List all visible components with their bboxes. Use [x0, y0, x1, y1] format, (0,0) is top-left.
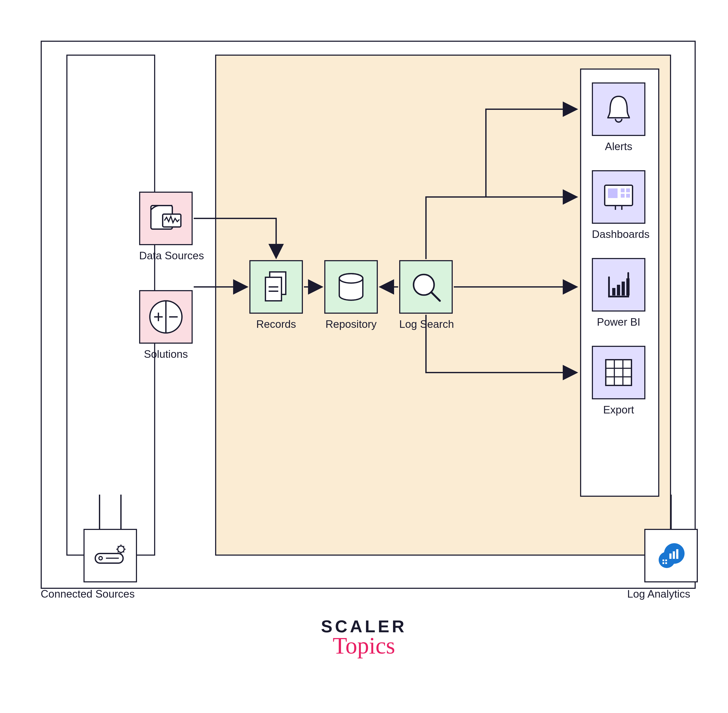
scaler-topics-logo: SCALER Topics: [289, 617, 439, 659]
plus-minus-icon: [147, 298, 185, 336]
svg-rect-50: [665, 562, 667, 564]
data-sources-label: Data Sources: [139, 249, 193, 262]
alerts-tile: [592, 82, 645, 136]
svg-rect-48: [665, 559, 667, 561]
records-label: Records: [249, 318, 303, 330]
svg-rect-17: [621, 194, 625, 198]
grid-icon: [600, 354, 637, 391]
solutions-tile: [139, 290, 193, 344]
export-tile: [592, 346, 645, 399]
repository-tile: [324, 260, 378, 314]
connected-sources-label: Connected Sources: [41, 588, 135, 600]
svg-line-38: [118, 546, 119, 547]
svg-line-12: [431, 292, 440, 301]
svg-rect-46: [676, 549, 678, 559]
power-bi-icon: [600, 267, 637, 303]
log-search-label: Log Search: [399, 318, 453, 330]
export-label: Export: [592, 404, 645, 416]
analytics-icon: [652, 536, 690, 575]
svg-line-41: [123, 546, 124, 547]
data-sources-tile: [139, 192, 193, 245]
monitor-chart-icon: [148, 200, 184, 237]
logo-topics-text: Topics: [289, 632, 439, 659]
repository-label: Repository: [324, 318, 378, 330]
svg-rect-49: [662, 562, 664, 564]
documents-icon: [258, 269, 294, 305]
log-search-tile: [399, 260, 453, 314]
svg-rect-22: [617, 285, 620, 295]
svg-rect-47: [662, 559, 664, 561]
power-bi-tile: [592, 258, 645, 312]
server-gear-icon: [91, 536, 130, 575]
svg-rect-21: [612, 288, 615, 295]
alerts-label: Alerts: [592, 140, 645, 153]
diagram-canvas: Data Sources Solutions Records: [0, 0, 728, 713]
svg-rect-25: [606, 360, 631, 385]
log-analytics-label: Log Analytics: [627, 588, 690, 600]
database-icon: [333, 269, 369, 305]
bell-icon: [600, 91, 637, 127]
records-tile: [249, 260, 303, 314]
dashboards-tile: [592, 170, 645, 224]
power-bi-label: Power BI: [592, 316, 645, 328]
svg-line-40: [118, 551, 119, 552]
svg-line-39: [123, 551, 124, 552]
solutions-label: Solutions: [139, 348, 193, 360]
svg-rect-24: [626, 278, 630, 295]
magnifier-icon: [408, 269, 444, 305]
svg-rect-18: [626, 194, 630, 198]
connected-sources-box: [83, 529, 137, 582]
dashboards-label: Dashboards: [592, 228, 645, 240]
svg-rect-16: [626, 188, 630, 192]
svg-rect-15: [621, 188, 625, 192]
svg-rect-44: [669, 553, 671, 559]
svg-rect-45: [673, 551, 675, 559]
dashboard-icon: [600, 179, 637, 215]
outer-frame: Data Sources Solutions Records: [41, 41, 696, 589]
svg-rect-14: [608, 188, 618, 198]
log-analytics-box: [644, 529, 698, 582]
svg-rect-23: [622, 282, 625, 295]
